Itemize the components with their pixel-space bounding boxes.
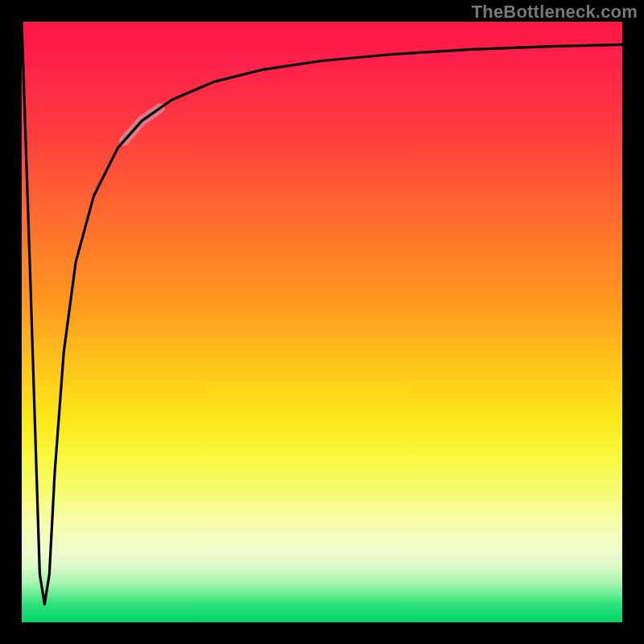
watermark-text: TheBottleneck.com [472,2,638,23]
curve-main [22,22,622,605]
bottleneck-curve [22,22,622,622]
plot-area [22,22,622,622]
chart-frame: TheBottleneck.com [0,0,644,644]
